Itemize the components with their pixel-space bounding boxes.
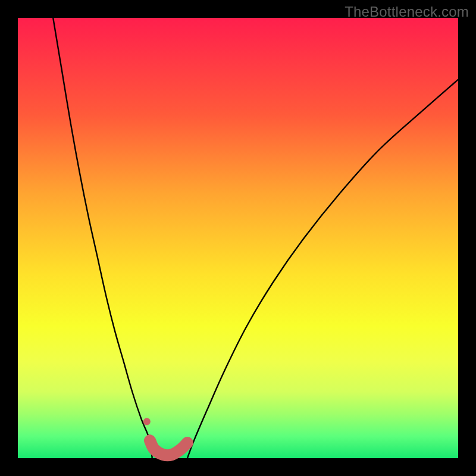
isolated-dot bbox=[143, 418, 151, 425]
curve-left-branch bbox=[53, 18, 152, 458]
chart-frame: TheBottleneck.com bbox=[0, 0, 476, 476]
plot-area bbox=[18, 18, 458, 458]
curve-layer bbox=[18, 18, 458, 458]
brand-watermark: TheBottleneck.com bbox=[345, 4, 469, 20]
curve-right-branch bbox=[187, 80, 458, 458]
trough-band bbox=[150, 440, 187, 455]
